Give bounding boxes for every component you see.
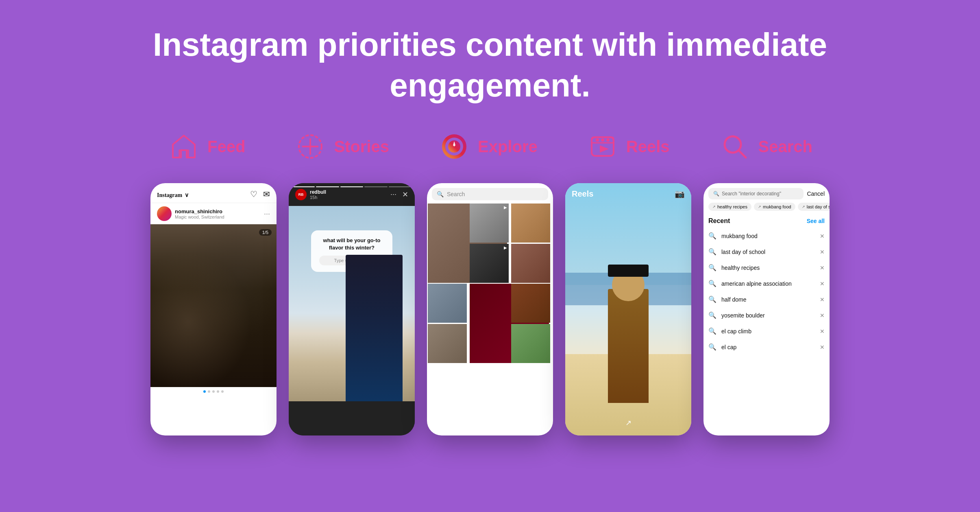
- search-item-icon-6: 🔍: [708, 327, 716, 335]
- dot-4: [217, 390, 219, 393]
- grid-item-10: [511, 324, 550, 363]
- search-item-text-5: yosemite boulder: [721, 312, 815, 319]
- story-question: what will be your go-to flavor this wint…: [319, 237, 384, 252]
- search-box[interactable]: 🔍 Search "interior decorating": [708, 188, 804, 199]
- feed-icon: [168, 130, 200, 163]
- story-dots[interactable]: ···: [390, 190, 396, 199]
- reels-camera[interactable]: 📷: [675, 189, 685, 199]
- video-badge-2: ▶: [504, 245, 507, 250]
- video-badge-1: ▶: [504, 205, 507, 210]
- post-image: 1/5: [150, 224, 277, 387]
- feed-header: Instagram ∨ ♡ ✉: [150, 183, 277, 203]
- search-label: Search: [758, 138, 812, 156]
- story-username: redbull: [310, 189, 326, 195]
- search-chips: ↗ healthy recipes ↗ mukbang food ↗ last …: [703, 203, 830, 214]
- search-item-close-4[interactable]: ✕: [820, 296, 825, 303]
- stories-icon: [294, 130, 327, 163]
- search-item-icon-7: 🔍: [708, 343, 716, 351]
- search-item-text-4: half dome: [721, 296, 815, 303]
- search-area: 🔍 Search "interior decorating" Cancel: [703, 183, 830, 203]
- search-item-7[interactable]: 🔍 el cap ✕: [703, 339, 830, 355]
- search-item-icon-5: 🔍: [708, 311, 716, 319]
- svg-point-8: [596, 138, 599, 142]
- feed-label: Feed: [207, 138, 245, 156]
- reels-label: Reels: [626, 138, 670, 156]
- avatar: [157, 206, 172, 221]
- nav-reels[interactable]: Reels: [586, 130, 670, 163]
- search-item-6[interactable]: 🔍 el cap climb ✕: [703, 323, 830, 339]
- dot-2: [208, 390, 210, 393]
- post-user-row: nomura_shinichiro Magic wood, Switzerlan…: [150, 203, 277, 224]
- recent-label: Recent: [708, 217, 730, 225]
- svg-line-13: [738, 150, 746, 158]
- search-icon: [719, 130, 751, 163]
- grid-item-9: [428, 324, 467, 363]
- phone-search: 🔍 Search "interior decorating" Cancel ↗ …: [703, 183, 830, 435]
- cancel-button[interactable]: Cancel: [807, 190, 825, 197]
- search-item-close-3[interactable]: ✕: [820, 280, 825, 287]
- search-item-close-0[interactable]: ✕: [820, 233, 825, 239]
- story-close[interactable]: ✕: [402, 190, 408, 199]
- explore-search-placeholder: Search: [447, 191, 465, 197]
- story-image: what will be your go-to flavor this wint…: [289, 206, 415, 401]
- search-item-3[interactable]: 🔍 american alpine association ✕: [703, 276, 830, 291]
- feed-action-icons: ♡ ✉: [250, 189, 270, 199]
- nav-feed[interactable]: Feed: [168, 130, 245, 163]
- search-item-close-1[interactable]: ✕: [820, 249, 825, 255]
- search-item-text-1: last day of school: [721, 249, 815, 255]
- phone-stories: RB redbull 15h ··· ✕ what will be your g…: [289, 183, 415, 435]
- phone-explore: 🔍 Search ▶ ▶: [427, 183, 553, 435]
- search-item-1[interactable]: 🔍 last day of school ✕: [703, 244, 830, 260]
- chip-label-3: last day of s: [807, 204, 830, 209]
- phone-feed: Instagram ∨ ♡ ✉ nomura_shinichiro Magic …: [150, 183, 277, 435]
- grid-item-4: ▶: [470, 244, 509, 283]
- recent-header: Recent See all: [703, 214, 830, 228]
- reels-title: Reels: [572, 189, 593, 199]
- see-all-button[interactable]: See all: [807, 218, 825, 224]
- reels-share-icon[interactable]: ↗: [625, 418, 632, 427]
- search-item-2[interactable]: 🔍 healthy recipes ✕: [703, 260, 830, 276]
- grid-item-5: [511, 244, 550, 283]
- search-item-5[interactable]: 🔍 yosemite boulder ✕: [703, 307, 830, 323]
- chip-3[interactable]: ↗ last day of s: [798, 203, 830, 211]
- story-time: 15h: [310, 195, 326, 200]
- post-location: Magic wood, Switzerland: [175, 214, 224, 219]
- chip-2[interactable]: ↗ mukbang food: [754, 203, 795, 211]
- nav-stories[interactable]: Stories: [294, 130, 389, 163]
- feature-nav: Feed Stories: [168, 130, 812, 163]
- search-item-text-3: american alpine association: [721, 280, 815, 287]
- carousel-dots: [150, 387, 277, 396]
- nav-explore[interactable]: Explore: [438, 130, 538, 163]
- stories-label: Stories: [334, 138, 389, 156]
- reels-header: Reels 📷: [565, 189, 691, 199]
- heart-icon[interactable]: ♡: [250, 189, 257, 199]
- hero-title: Instagram priorities content with immedi…: [124, 24, 856, 106]
- reels-person: [596, 265, 661, 403]
- story-person: [346, 255, 403, 401]
- nav-search[interactable]: Search: [719, 130, 812, 163]
- search-item-0[interactable]: 🔍 mukbang food ✕: [703, 228, 830, 244]
- search-item-close-7[interactable]: ✕: [820, 344, 825, 350]
- search-item-text-2: healthy recipes: [721, 265, 815, 271]
- reels-icon: [586, 130, 619, 163]
- search-item-text-0: mukbang food: [721, 233, 815, 239]
- message-icon[interactable]: ✉: [263, 189, 270, 199]
- post-options[interactable]: ···: [264, 210, 270, 218]
- chip-label-2: mukbang food: [763, 204, 791, 209]
- search-box-icon: 🔍: [713, 191, 719, 197]
- dot-3: [212, 390, 215, 393]
- svg-point-9: [601, 138, 604, 142]
- explore-grid: ▶ ▶ ▶: [427, 203, 553, 363]
- phones-container: Instagram ∨ ♡ ✉ nomura_shinichiro Magic …: [150, 183, 830, 435]
- chip-1[interactable]: ↗ healthy recipes: [708, 203, 751, 211]
- search-item-text-7: el cap: [721, 344, 815, 350]
- post-username: nomura_shinichiro: [175, 208, 224, 214]
- grid-item-3: [511, 203, 550, 243]
- search-item-close-2[interactable]: ✕: [820, 265, 825, 271]
- search-item-close-6[interactable]: ✕: [820, 328, 825, 335]
- search-item-close-5[interactable]: ✕: [820, 312, 825, 319]
- explore-search-bar[interactable]: 🔍 Search: [432, 188, 548, 200]
- search-input-text: Search "interior decorating": [722, 191, 781, 197]
- grid-item-2: ▶: [470, 203, 509, 243]
- search-item-4[interactable]: 🔍 half dome ✕: [703, 291, 830, 307]
